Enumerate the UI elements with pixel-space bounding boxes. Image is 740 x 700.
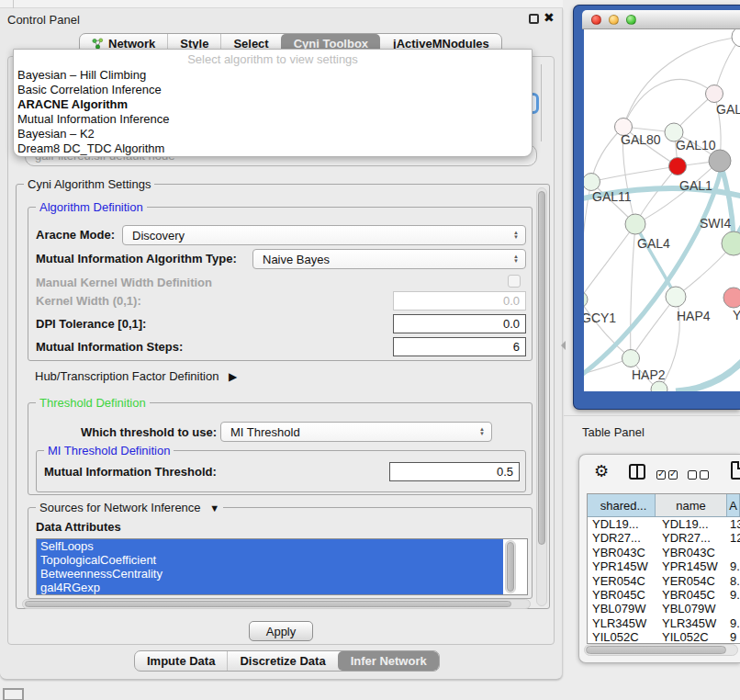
node-hap2[interactable] bbox=[622, 350, 640, 367]
algorithm-option-bayesian-hill-climbing[interactable]: Bayesian – Hill Climbing bbox=[14, 68, 532, 83]
node-label: GAL bbox=[716, 102, 740, 117]
deselect-all-columns-icon[interactable] bbox=[688, 467, 712, 483]
dpi-tolerance-label: DPI Tolerance [0,1]: bbox=[36, 317, 146, 331]
node-gal11[interactable] bbox=[584, 174, 600, 191]
sources-group: Sources for Network Inference Data Attri… bbox=[28, 507, 533, 599]
node-gcy1[interactable] bbox=[584, 291, 588, 308]
node-label: GCY1 bbox=[584, 310, 616, 325]
apply-button[interactable]: Apply bbox=[249, 621, 313, 641]
node-label: GAL1 bbox=[679, 178, 712, 193]
new-table-icon[interactable] bbox=[731, 461, 740, 480]
which-threshold-combo[interactable]: MI Threshold bbox=[220, 422, 492, 442]
node-gal-partial[interactable] bbox=[706, 85, 723, 103]
list-item-selfloops[interactable]: SelfLoops bbox=[37, 539, 503, 553]
screen: Control Panel Network Style Select Cyni … bbox=[0, 0, 740, 700]
table-row[interactable]: YBR045CYBR045C9. bbox=[588, 588, 740, 602]
mi-type-label: Mutual Information Algorithm Type: bbox=[36, 252, 237, 265]
manual-kernel-checkbox[interactable] bbox=[508, 275, 521, 288]
node-label: GAL4 bbox=[637, 236, 670, 251]
table-hscrollbar[interactable] bbox=[584, 644, 738, 656]
tab-infer-network-label: Infer Network bbox=[351, 654, 427, 668]
node-gal1[interactable] bbox=[669, 158, 687, 175]
gear-icon[interactable] bbox=[594, 461, 609, 481]
mi-type-combo[interactable]: Naive Bayes bbox=[252, 249, 526, 269]
node-gal4[interactable] bbox=[625, 214, 645, 234]
mi-steps-value: 6 bbox=[513, 340, 520, 354]
tab-impute-data[interactable]: Impute Data bbox=[135, 651, 227, 671]
attr-list-vscrollbar-thumb[interactable] bbox=[507, 542, 514, 592]
column-header-partial[interactable]: A bbox=[727, 494, 740, 516]
tab-infer-network[interactable]: Infer Network bbox=[338, 651, 439, 671]
which-threshold-label: Which threshold to use: bbox=[81, 425, 217, 439]
algorithm-option-dream8[interactable]: Dream8 DC_TDC Algorithm bbox=[14, 141, 532, 156]
algorithm-dropdown-popup: Select algorithm to view settings Bayesi… bbox=[13, 49, 533, 157]
node-partial-bottom[interactable] bbox=[651, 381, 667, 391]
attr-list-vscrollbar[interactable] bbox=[505, 540, 516, 593]
select-all-columns-icon[interactable] bbox=[656, 467, 680, 483]
table-row[interactable]: YIL052CYIL052C9 bbox=[588, 630, 740, 644]
close-icon[interactable] bbox=[544, 10, 555, 25]
mi-threshold-definition-group: MI Threshold Definition Mutual Informati… bbox=[36, 450, 526, 492]
node-label: GAL11 bbox=[592, 189, 632, 204]
hub-definition-toggle[interactable]: Hub/Transcription Factor Definition bbox=[35, 369, 237, 383]
node-salmon[interactable] bbox=[723, 288, 740, 308]
sources-toggle[interactable]: Sources for Network Inference bbox=[36, 501, 223, 515]
table-row[interactable]: YPR145WYPR145W9. bbox=[588, 559, 740, 573]
apply-button-label: Apply bbox=[266, 625, 297, 638]
node-label: HAP4 bbox=[677, 309, 711, 323]
kernel-width-field[interactable]: 0.0 bbox=[393, 291, 526, 310]
settings-vscrollbar[interactable] bbox=[536, 187, 547, 606]
algorithm-definition-title: Algorithm Definition bbox=[36, 200, 147, 214]
data-attributes-list: SelfLoops TopologicalCoefficient Between… bbox=[36, 538, 528, 595]
float-window-icon[interactable] bbox=[529, 14, 539, 24]
algorithm-option-aracne[interactable]: ARACNE Algorithm bbox=[14, 97, 532, 112]
table-hscrollbar-thumb[interactable] bbox=[586, 646, 726, 654]
table-row[interactable]: YDL19...YDL19...13 bbox=[588, 517, 740, 531]
node-partial-top[interactable] bbox=[732, 29, 740, 47]
list-item-topologicalcoefficient[interactable]: TopologicalCoefficient bbox=[37, 553, 503, 567]
network-window-titlebar[interactable] bbox=[582, 10, 740, 29]
network-canvas[interactable]: GAL GAL80 GAL10 GAL1 GAL11 GAL4 SWI4 GCY… bbox=[584, 29, 740, 391]
settings-hscrollbar[interactable] bbox=[22, 599, 531, 609]
column-header-shared-name[interactable]: shared... bbox=[588, 494, 656, 516]
column-header-name[interactable]: name bbox=[656, 494, 727, 516]
table-row[interactable]: YLR345WYLR345W9. bbox=[588, 616, 740, 630]
list-item-betweennesscentrality[interactable]: BetweennessCentrality bbox=[37, 567, 503, 581]
table-panel-card: shared... name A YDL19...YDL19...13 YDR2… bbox=[578, 454, 740, 663]
cyni-algorithm-settings-title: Cyni Algorithm Settings bbox=[24, 177, 154, 191]
node-swi4[interactable] bbox=[722, 231, 740, 255]
algorithm-option-mutual-information[interactable]: Mutual Information Inference bbox=[14, 112, 532, 127]
settings-vscrollbar-thumb[interactable] bbox=[538, 191, 545, 545]
algorithm-option-basic-correlation[interactable]: Basic Correlation Inference bbox=[14, 83, 532, 97]
split-view-icon[interactable] bbox=[629, 464, 645, 480]
which-threshold-value: MI Threshold bbox=[230, 425, 300, 439]
dpi-tolerance-field[interactable]: 0.0 bbox=[393, 314, 526, 333]
traffic-light-minimize-icon[interactable] bbox=[609, 15, 619, 25]
mi-steps-field[interactable]: 6 bbox=[393, 337, 526, 356]
aracne-mode-combo[interactable]: Discovery bbox=[122, 225, 526, 245]
settings-hscrollbar-thumb[interactable] bbox=[25, 601, 511, 607]
combo-arrows-icon bbox=[479, 427, 485, 436]
table-panel-title: Table Panel bbox=[582, 425, 645, 439]
mi-threshold-value: 0.5 bbox=[497, 465, 513, 479]
mi-threshold-field[interactable]: 0.5 bbox=[389, 462, 520, 481]
algorithm-option-bayesian-k2[interactable]: Bayesian – K2 bbox=[14, 127, 532, 141]
table-row[interactable]: YBR043CYBR043C bbox=[588, 546, 740, 559]
node-gray[interactable] bbox=[709, 150, 731, 172]
table-row[interactable]: YER054CYER054C8. bbox=[588, 574, 740, 588]
hub-definition-label: Hub/Transcription Factor Definition bbox=[35, 369, 219, 383]
node-hap4[interactable] bbox=[666, 287, 686, 307]
top-strip bbox=[0, 0, 563, 8]
list-item-gal4rgexp[interactable]: gal4RGexp bbox=[37, 581, 503, 594]
combo-arrows-icon bbox=[513, 254, 519, 264]
panel-splitter-handle[interactable] bbox=[561, 341, 566, 350]
table-row[interactable]: YDR27...YDR27...12 bbox=[588, 531, 740, 545]
manual-kernel-label: Manual Kernel Width Definition bbox=[36, 276, 212, 289]
table-panel-divider bbox=[564, 415, 740, 416]
traffic-light-close-icon[interactable] bbox=[591, 15, 601, 25]
tab-discretize-data[interactable]: Discretize Data bbox=[227, 651, 337, 671]
aracne-mode-label: Aracne Mode: bbox=[36, 228, 115, 242]
table-row[interactable]: YBL079WYBL079W bbox=[588, 602, 740, 615]
mini-panel-button[interactable] bbox=[3, 688, 24, 700]
traffic-light-zoom-icon[interactable] bbox=[626, 15, 636, 25]
